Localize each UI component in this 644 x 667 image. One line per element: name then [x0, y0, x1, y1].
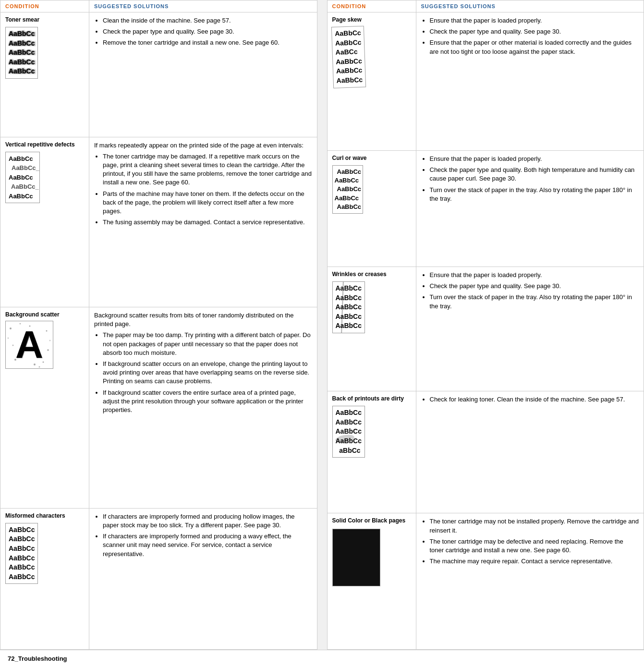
svg-point-0: [10, 327, 12, 329]
vert-rep-sample: AaBbCc AaBbCc_ AaBbCc AaBbCc_ AaBbCc: [5, 152, 40, 204]
table-row: Solid Color or Black pages The toner car…: [327, 513, 644, 650]
condition-cell-solid-black: Solid Color or Black pages: [327, 513, 416, 650]
page-number: 72: [8, 655, 14, 662]
solution-item: Remove the toner cartridge and install a…: [103, 38, 312, 47]
svg-point-2: [14, 359, 16, 361]
solution-item: The toner cartridge may not be installed…: [430, 517, 639, 534]
right-condition-header: CONDITION: [327, 0, 416, 12]
solution-item: Ensure that the paper is loaded properly…: [430, 271, 639, 279]
solutions-intro: Background scatter results from bits of …: [94, 311, 312, 328]
solution-item: The fusing assembly may be damaged. Cont…: [103, 218, 312, 227]
toner-smear-sample: AaBbCcAaBbCcAaBbCcAaBbCcAaBbCc: [5, 27, 38, 79]
solutions-cell-misformed: If characters are improperly formed and …: [89, 508, 317, 649]
condition-name-solid-black: Solid Color or Black pages: [332, 517, 411, 524]
tables-row: CONDITION SUGGESTED SOLUTIONS Toner smea…: [0, 0, 644, 650]
solutions-list: Ensure that the paper is loaded properly…: [421, 155, 639, 203]
condition-cell-curl: Curl or wave AaBbCc AaBbCc AaBbCc AaBbCc…: [327, 151, 416, 267]
dirty-sample: AaBbCcAaBbCcAaBbCcAaBbCc aBbCc: [332, 406, 365, 458]
solutions-cell-dirty: Check for leaking toner. Clean the insid…: [416, 391, 644, 513]
condition-cell-toner-smear: Toner smear AaBbCcAaBbCcAaBbCcAaBbCcAaBb…: [0, 12, 89, 137]
solutions-list: Clean the inside of the machine. See pag…: [94, 16, 312, 48]
solutions-cell-curl: Ensure that the paper is loaded properly…: [416, 151, 644, 267]
table-divider: [317, 0, 327, 650]
condition-cell-wrinkles: Wrinkles or creases AaBbCc AaBbCc AaBbCc…: [327, 267, 416, 391]
left-solutions-header: SUGGESTED SOLUTIONS: [89, 0, 317, 12]
right-solutions-header: SUGGESTED SOLUTIONS: [416, 0, 644, 12]
solutions-list: Ensure that the paper is loaded properly…: [421, 271, 639, 311]
solution-item: Ensure that the paper is loaded properly…: [430, 155, 639, 163]
condition-name-scatter: Background scatter: [5, 311, 84, 318]
misformed-sample: AaBbCcAaBbCcAaBbCcAaBbCcAaBbCcAaBbCc: [5, 523, 38, 584]
solutions-cell-solid-black: The toner cartridge may not be installed…: [416, 513, 644, 650]
solutions-list: If characters are improperly formed and …: [94, 512, 312, 558]
right-table: CONDITION SUGGESTED SOLUTIONS Page skew …: [327, 0, 644, 650]
solution-item: Turn over the stack of paper in the tray…: [430, 186, 639, 203]
solution-item: Parts of the machine may have toner on t…: [103, 190, 312, 216]
left-condition-header: CONDITION: [0, 0, 89, 12]
solution-item: If characters are improperly formed and …: [103, 512, 312, 530]
solution-item: The toner cartridge may be damaged. If a…: [103, 152, 312, 187]
solution-item: The machine may require repair. Contact …: [430, 557, 639, 566]
solution-item: Clean the inside of the machine. See pag…: [103, 16, 312, 25]
svg-point-5: [47, 349, 49, 351]
svg-point-3: [43, 362, 44, 363]
solution-item: If background scatter covers the entire …: [103, 388, 312, 415]
wrinkle-sample: AaBbCc AaBbCc AaBbCc AaBbCc AaBbCc: [332, 281, 365, 333]
condition-name-curl: Curl or wave: [332, 155, 411, 161]
table-row: Vertical repetitive defects AaBbCc AaBbC…: [0, 137, 317, 307]
solution-item: Check for leaking toner. Clean the insid…: [430, 395, 639, 404]
condition-name-wrinkles: Wrinkles or creases: [332, 271, 411, 278]
solution-item: The toner cartridge may be defective and…: [430, 537, 639, 555]
condition-cell-vert-rep: Vertical repetitive defects AaBbCc AaBbC…: [0, 137, 89, 307]
solutions-list: Ensure that the paper is loaded properly…: [421, 16, 639, 56]
solutions-cell-scatter: Background scatter results from bits of …: [89, 307, 317, 509]
condition-cell-page-skew: Page skew AaBbCcAaBbCcAaBCcAaBbCcAaBbCcA…: [327, 12, 416, 151]
table-row: Curl or wave AaBbCc AaBbCc AaBbCc AaBbCc…: [327, 151, 644, 267]
left-table: CONDITION SUGGESTED SOLUTIONS Toner smea…: [0, 0, 317, 650]
solution-item: Check the paper type and quality. See pa…: [430, 282, 639, 291]
solution-item: Check the paper type and quality. See pa…: [103, 27, 312, 36]
solutions-list: Check for leaking toner. Clean the insid…: [421, 395, 639, 404]
curl-sample: AaBbCc AaBbCc AaBbCc AaBbCc AaBbCc: [332, 165, 364, 214]
condition-cell-dirty: Back of printouts are dirty AaBbCcAaBbCc…: [327, 391, 416, 513]
condition-name-toner-smear: Toner smear: [5, 16, 84, 23]
table-row: Misformed characters AaBbCcAaBbCcAaBbCcA…: [0, 508, 317, 649]
solution-item: If characters are improperly formed and …: [103, 532, 312, 558]
solution-item: Ensure that the paper or other material …: [430, 38, 639, 56]
solution-item: Check the paper type and quality. Both h…: [430, 166, 639, 183]
solutions-list: The toner cartridge may be damaged. If a…: [94, 152, 312, 227]
svg-point-4: [12, 345, 14, 346]
condition-name-misformed: Misformed characters: [5, 512, 84, 519]
solution-item: The paper may be too damp. Try printing …: [103, 331, 312, 357]
svg-point-9: [49, 340, 51, 341]
solution-item: If background scatter occurs on an envel…: [103, 360, 312, 386]
solid-black-sample: [332, 529, 380, 586]
solution-item: Ensure that the paper is loaded properly…: [430, 16, 639, 25]
solutions-list: The toner cartridge may not be installed…: [421, 517, 639, 566]
page-wrapper: CONDITION SUGGESTED SOLUTIONS Toner smea…: [0, 0, 644, 667]
scatter-sample: A: [5, 321, 53, 369]
svg-point-8: [8, 338, 9, 339]
table-row: Background scatter A: [0, 307, 317, 509]
solution-item: Turn over the stack of paper in the tray…: [430, 293, 639, 310]
solutions-list: The paper may be too damp. Try printing …: [94, 331, 312, 414]
solutions-intro: If marks repeatedly appear on the printe…: [94, 141, 312, 150]
condition-name-page-skew: Page skew: [332, 16, 411, 23]
footer-text: _Troubleshooting: [14, 655, 67, 662]
table-row: Page skew AaBbCcAaBbCcAaBCcAaBbCcAaBbCcA…: [327, 12, 644, 151]
condition-cell-misformed: Misformed characters AaBbCcAaBbCcAaBbCcA…: [0, 508, 89, 649]
solutions-cell-wrinkles: Ensure that the paper is loaded properly…: [416, 267, 644, 391]
table-row: Back of printouts are dirty AaBbCcAaBbCc…: [327, 391, 644, 513]
table-row: Toner smear AaBbCcAaBbCcAaBbCcAaBbCcAaBb…: [0, 12, 317, 137]
table-row: Wrinkles or creases AaBbCc AaBbCc AaBbCc…: [327, 267, 644, 391]
svg-point-11: [39, 366, 40, 368]
scatter-dots-svg: [6, 321, 53, 369]
svg-point-10: [20, 323, 21, 325]
condition-name-dirty: Back of printouts are dirty: [332, 395, 411, 402]
condition-cell-scatter: Background scatter A: [0, 307, 89, 509]
svg-point-6: [29, 326, 31, 327]
svg-point-1: [46, 330, 48, 332]
solutions-cell-vert-rep: If marks repeatedly appear on the printe…: [89, 137, 317, 307]
svg-point-7: [34, 364, 36, 365]
solutions-cell-page-skew: Ensure that the paper is loaded properly…: [416, 12, 644, 151]
